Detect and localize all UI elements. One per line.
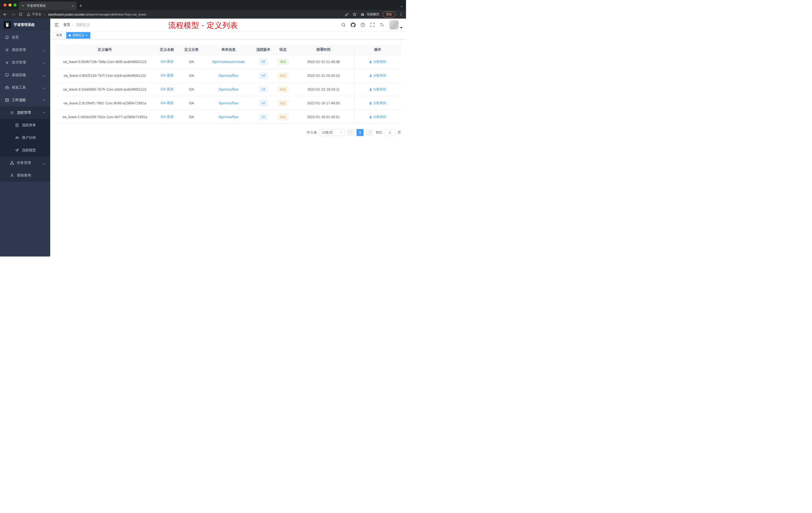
user-icon	[369, 60, 372, 63]
monitor-icon	[5, 73, 9, 77]
back-icon[interactable]	[3, 12, 7, 17]
status-tag: 挂起	[278, 114, 289, 120]
assign-rule-link[interactable]: 分配规则	[369, 73, 386, 78]
caret-down-icon	[400, 27, 403, 29]
tag-home[interactable]: 首页	[54, 32, 65, 39]
tab-search-chevron-icon[interactable]	[401, 3, 403, 8]
deploy-time: 2022-01-16 17:46:53	[307, 101, 340, 105]
chevron-up-icon	[44, 111, 45, 115]
font-size-icon[interactable]	[380, 23, 384, 27]
status-tag: 挂起	[278, 100, 289, 106]
form-link[interactable]: /bpm/oa/flow	[219, 87, 238, 91]
sidebar-item-label: 流程表单	[22, 123, 36, 127]
security-label: 不安全	[32, 12, 41, 17]
tag-process-definition[interactable]: 流程定义 ×	[66, 32, 90, 39]
next-page-button[interactable]	[366, 129, 373, 136]
close-window-button[interactable]	[3, 3, 6, 6]
security-warning[interactable]: 不安全 |	[27, 12, 46, 17]
version-tag: v2	[259, 100, 268, 106]
definition-name-link[interactable]: OA 请假	[161, 87, 173, 91]
definition-name-link[interactable]: OA 请假	[161, 101, 173, 105]
sidebar-item-user-group[interactable]: 用户分组	[0, 131, 50, 144]
sidebar-item-system-management[interactable]: 系统管理	[0, 44, 50, 56]
user-menu[interactable]	[389, 20, 403, 30]
sidebar-item-payment-management[interactable]: ¥ 支付管理	[0, 56, 50, 69]
forward-icon[interactable]	[11, 12, 15, 17]
sidebar-item-process-management[interactable]: 流程管理	[0, 107, 50, 119]
user-icon	[369, 102, 372, 105]
document-icon	[15, 123, 19, 127]
sidebar-item-label: 首页	[12, 35, 19, 40]
sidebar-item-label: 用户分组	[22, 135, 36, 140]
sidebar-item-leave-query[interactable]: 请假查询	[0, 169, 50, 182]
form-link[interactable]: /bpm/oa/flow	[219, 73, 238, 78]
search-icon[interactable]	[341, 23, 346, 27]
browser-tab[interactable]: 芋道管理系统 ×	[19, 1, 77, 10]
assign-rule-link[interactable]: 分配规则	[369, 115, 386, 119]
assign-rule-link[interactable]: 分配规则	[369, 87, 386, 92]
tag-close-icon[interactable]: ×	[86, 34, 88, 37]
gear-icon	[5, 48, 9, 52]
column-header-form: 表单信息	[203, 45, 254, 55]
table-row: oa_leave:4:991f2193-7b7f-11ec-a3c8-acde4…	[55, 68, 401, 82]
sidebar-item-dev-tools[interactable]: 研发工具	[0, 81, 50, 94]
content-area: 定义编号 定义名称 定义分类 表单信息 流程版本 状态 部署时间 操作 oa_l…	[50, 40, 406, 256]
tab-title: 芋道管理系统	[27, 4, 69, 8]
form-link[interactable]: /bpm/oa/leave/create	[212, 60, 245, 64]
sidebar-item-process-form[interactable]: 流程表单	[0, 119, 50, 131]
definition-category: OA	[189, 60, 194, 64]
definition-name-link[interactable]: OA 请假	[161, 115, 173, 119]
form-link[interactable]: /bpm/oa/flow	[219, 115, 238, 119]
sidebar-item-label: 研发工具	[12, 85, 26, 90]
page-number-button[interactable]: 1	[356, 129, 364, 136]
incognito-badge: 无痕模式	[360, 12, 379, 17]
tab-close-icon[interactable]: ×	[71, 4, 74, 8]
column-header-status: 状态	[273, 45, 293, 55]
warning-icon	[27, 12, 30, 16]
form-link[interactable]: /bpm/oa/flow	[219, 101, 238, 105]
sidebar-item-process-model[interactable]: 流程模型	[0, 144, 50, 157]
pagination-total: 共 5 条	[307, 130, 317, 135]
breadcrumb-current: 流程定义	[76, 23, 90, 27]
new-tab-button[interactable]: +	[79, 3, 82, 8]
minimize-window-button[interactable]	[8, 3, 11, 6]
assign-rule-link[interactable]: 分配规则	[369, 101, 386, 105]
deploy-time: 2022-01-22 20:34:10	[307, 73, 340, 78]
definition-id: oa_leave:4:991f2193-7b7f-11ec-a3c8-acde4…	[64, 73, 146, 78]
reload-icon[interactable]	[19, 12, 23, 16]
breadcrumb-home[interactable]: 首页	[63, 23, 70, 27]
hamburger-icon[interactable]	[50, 22, 63, 27]
fullscreen-icon[interactable]	[370, 23, 375, 27]
key-icon[interactable]	[345, 12, 349, 17]
github-icon[interactable]	[351, 23, 355, 27]
maximize-window-button[interactable]	[13, 3, 17, 6]
url-text[interactable]: dashboard.yudao.iocoder.cn/bpm/manager/d…	[48, 12, 342, 16]
update-button[interactable]: 更新	[383, 11, 396, 18]
column-header-action: 操作	[354, 45, 401, 55]
prev-page-button[interactable]	[347, 129, 354, 136]
sidebar: 芋道管理系统 首页 系统管理 ¥ 支付管理 基础设施	[0, 19, 50, 256]
goto-page-input[interactable]	[385, 129, 395, 136]
bookmark-star-icon[interactable]	[352, 12, 357, 17]
definition-id: oa_leave:3:1fad3d93-7b75-11ec-a3c8-acde4…	[63, 87, 147, 91]
avatar[interactable]	[389, 20, 399, 30]
sidebar-item-workflow[interactable]: 工作流程	[0, 94, 50, 107]
definition-table: 定义编号 定义名称 定义分类 表单信息 流程版本 状态 部署时间 操作 oa_l…	[55, 45, 401, 124]
table-body: oa_leave:5:004b710b-7b8a-11ec-8ef0-acde4…	[55, 55, 401, 124]
browser-menu-icon[interactable]	[399, 12, 403, 16]
sidebar-item-label: 流程模型	[22, 148, 36, 153]
sidebar-logo[interactable]: 芋道管理系统	[0, 19, 50, 31]
sidebar-item-home[interactable]: 首页	[0, 31, 50, 44]
sidebar-item-infrastructure[interactable]: 基础设施	[0, 69, 50, 81]
sidebar-item-task-management[interactable]: 任务管理	[0, 157, 50, 169]
definition-name-link[interactable]: OA 请假	[161, 59, 173, 63]
help-icon[interactable]	[360, 23, 365, 27]
page-size-select[interactable]: 10条/页	[319, 129, 345, 136]
assign-rule-link[interactable]: 分配规则	[369, 59, 386, 64]
table-row: oa_leave:2:3c1f0ef1-76b1-11ec-9c66-a2380…	[55, 96, 401, 110]
definition-name-link[interactable]: OA 请假	[161, 73, 173, 77]
version-tag: v4	[259, 72, 268, 79]
browser-tabstrip: 芋道管理系统 × +	[0, 0, 406, 10]
page-annotation: 流程模型 - 定义列表	[168, 20, 238, 31]
version-tag: v5	[259, 59, 268, 65]
